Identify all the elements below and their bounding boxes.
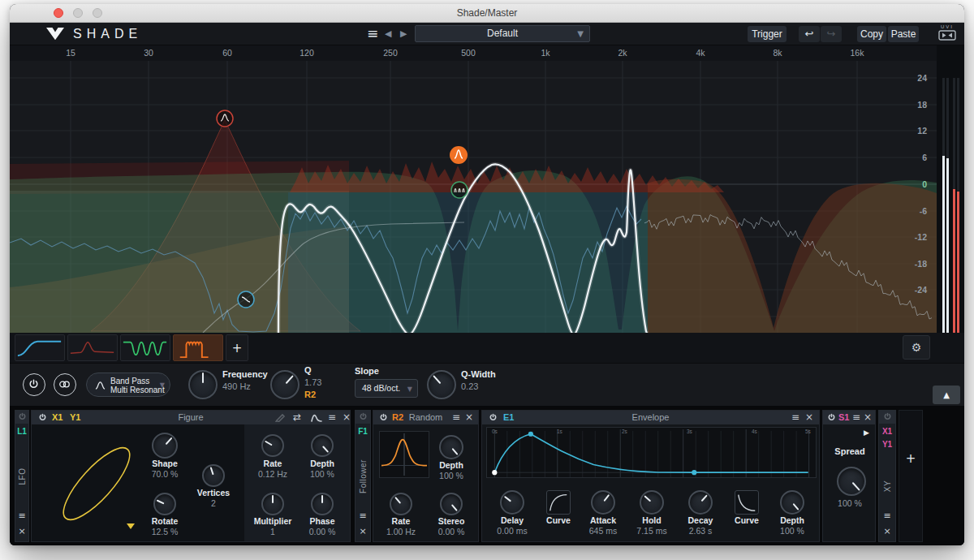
- hold-knob[interactable]: [640, 490, 664, 515]
- mod-id[interactable]: F1: [356, 427, 370, 436]
- svg-text:120: 120: [300, 48, 314, 58]
- phase-label: Phase: [290, 516, 355, 526]
- display-settings-button[interactable]: ⚙: [903, 335, 930, 360]
- mod-strip-lfo[interactable]: L1 LFO ≡ ×: [15, 410, 29, 542]
- envelope-node-peak[interactable]: [528, 432, 533, 437]
- envelope-graph[interactable]: 0s1s2s3s4s5s: [486, 427, 817, 478]
- mod-target-y[interactable]: Y1: [879, 440, 895, 449]
- random-rate-knob[interactable]: [390, 493, 412, 515]
- slope-selector[interactable]: 48 dB/oct. ▼: [355, 379, 418, 398]
- stereo-icon: [58, 378, 71, 390]
- menu-icon[interactable]: ≡: [791, 411, 799, 423]
- band-tab-1[interactable]: [15, 334, 65, 361]
- edit-pencil-icon[interactable]: [275, 413, 286, 422]
- filter-type-selector[interactable]: Band Pass Multi Resonant ▼: [86, 373, 170, 397]
- power-icon[interactable]: [18, 412, 27, 421]
- redo-icon[interactable]: ↪: [821, 26, 842, 42]
- band-marker-comb[interactable]: [451, 182, 468, 198]
- phase-knob[interactable]: [311, 493, 334, 515]
- power-icon[interactable]: [883, 412, 892, 421]
- shape-knob[interactable]: [152, 433, 178, 459]
- close-icon[interactable]: ×: [356, 526, 370, 536]
- eq-display[interactable]: 1530601202505001k2k4k8k16k 24181260-6-12…: [10, 45, 937, 333]
- shape-value: 70.0 %: [132, 469, 197, 479]
- band-marker-lowcut[interactable]: [238, 291, 254, 308]
- mod-strip-xy[interactable]: X1 Y1 XY ≡ ×: [878, 410, 896, 542]
- close-icon[interactable]: ×: [465, 411, 473, 423]
- close-icon[interactable]: ×: [15, 526, 28, 536]
- spread-value: 100 %: [823, 498, 877, 508]
- swap-arrows-icon[interactable]: ⇄: [293, 411, 301, 423]
- copy-button[interactable]: Copy: [857, 26, 886, 42]
- random-depth-knob[interactable]: [439, 435, 463, 459]
- mod-id[interactable]: L1: [15, 427, 28, 436]
- mod-strip-follower[interactable]: F1 Follower ≡ ×: [355, 410, 371, 542]
- attack-knob[interactable]: [591, 490, 615, 515]
- collapse-panel-button[interactable]: ▲: [933, 386, 960, 404]
- preset-prev-icon[interactable]: ◀: [385, 28, 391, 39]
- waveform-icon[interactable]: [311, 413, 322, 422]
- menu-icon[interactable]: ≡: [15, 510, 28, 521]
- window-title: Shade/Master: [10, 7, 964, 19]
- menu-icon[interactable]: ≡: [852, 411, 860, 423]
- close-icon[interactable]: ×: [343, 411, 351, 423]
- band-tab-2[interactable]: [67, 334, 118, 361]
- random-stereo-knob[interactable]: [440, 493, 463, 515]
- power-icon[interactable]: [359, 412, 368, 421]
- menu-icon[interactable]: ≡: [452, 411, 460, 423]
- q-width-label: Q-Width: [461, 369, 496, 379]
- decay-knob[interactable]: [688, 490, 713, 515]
- add-modulator-button[interactable]: +: [899, 410, 923, 542]
- env-depth-knob[interactable]: [780, 490, 804, 515]
- random-rate-value: 1.00 Hz: [377, 527, 425, 536]
- menu-icon[interactable]: ≡: [328, 411, 336, 423]
- envelope-node-start[interactable]: [492, 470, 497, 475]
- preset-selector[interactable]: Default ▼: [415, 25, 590, 42]
- vertices-knob[interactable]: [202, 464, 225, 487]
- stereo-mode-button[interactable]: [54, 373, 76, 396]
- frequency-value: 490 Hz: [222, 381, 251, 391]
- band-tab-3[interactable]: [120, 334, 170, 361]
- q-width-value: 0.23: [461, 381, 478, 391]
- svg-text:250: 250: [383, 48, 398, 58]
- preset-next-icon[interactable]: ▶: [400, 28, 407, 39]
- q-knob[interactable]: [270, 370, 300, 399]
- trigger-button[interactable]: Trigger: [748, 26, 787, 42]
- meter-right-pre: [946, 158, 949, 353]
- delay-knob[interactable]: [500, 490, 524, 515]
- expand-right-icon[interactable]: ▶: [864, 429, 869, 437]
- random-distribution-display[interactable]: [379, 431, 429, 478]
- menu-icon[interactable]: ≡: [356, 510, 370, 521]
- add-band-button[interactable]: +: [226, 334, 248, 361]
- q-width-knob[interactable]: [427, 370, 456, 399]
- svg-text:-6: -6: [920, 206, 927, 216]
- lfo-rate-knob[interactable]: [261, 434, 284, 457]
- band-marker-bandpass[interactable]: [450, 146, 468, 164]
- envelope-node-sustain[interactable]: [692, 470, 696, 475]
- close-icon[interactable]: ×: [805, 411, 813, 423]
- titlebar[interactable]: Shade/Master: [10, 4, 964, 23]
- band-power-button[interactable]: [23, 373, 45, 396]
- main-menu-icon[interactable]: ≡: [367, 25, 378, 41]
- band-tab-4-selected[interactable]: [173, 334, 223, 361]
- rotate-knob[interactable]: [153, 493, 176, 515]
- spread-knob[interactable]: [837, 467, 866, 496]
- mod-target-x[interactable]: X1: [879, 427, 895, 436]
- power-icon[interactable]: [827, 413, 836, 422]
- attack-curve-display[interactable]: [546, 490, 571, 515]
- close-icon[interactable]: ×: [879, 526, 895, 536]
- mod-id[interactable]: S1: [838, 412, 849, 422]
- lfo-depth-knob[interactable]: [311, 434, 334, 457]
- decay-curve-display[interactable]: [735, 490, 759, 515]
- menu-icon[interactable]: ≡: [879, 510, 895, 521]
- meter-left-post: [953, 189, 955, 353]
- frequency-knob[interactable]: [188, 370, 218, 399]
- band-marker-bell[interactable]: [217, 110, 233, 127]
- svg-text:-24: -24: [915, 285, 927, 295]
- gear-icon: ⚙: [912, 341, 922, 354]
- close-icon[interactable]: ×: [864, 411, 872, 423]
- undo-icon[interactable]: ↩: [799, 26, 820, 42]
- paste-button[interactable]: Paste: [888, 26, 919, 42]
- q-value: 1.73: [304, 377, 321, 387]
- multiplier-knob[interactable]: [261, 493, 284, 515]
